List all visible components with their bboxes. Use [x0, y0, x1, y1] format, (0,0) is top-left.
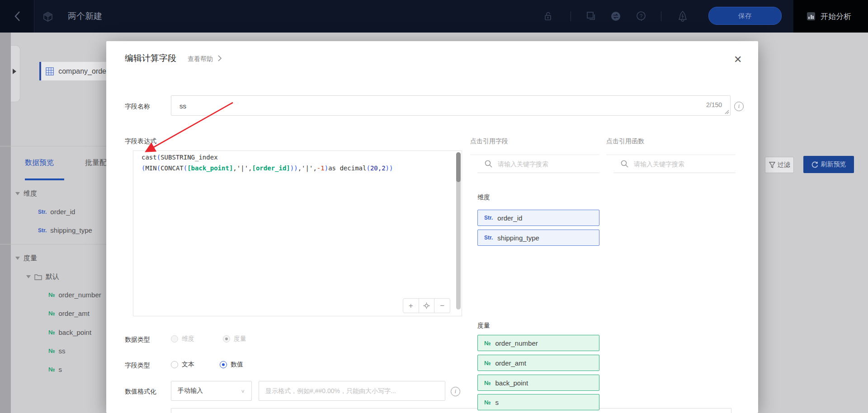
number-type-icon: №	[48, 366, 55, 373]
format-pattern-input[interactable]	[259, 381, 445, 400]
number-type-icon: №	[484, 380, 491, 386]
screen: 两个新建 ?	[0, 0, 868, 413]
filter-label: 过滤	[778, 161, 790, 169]
help-icon[interactable]: ?	[636, 11, 646, 22]
view-help-link[interactable]: 查看帮助	[188, 55, 213, 63]
refresh-preview-button[interactable]: 刷新预览	[803, 156, 854, 173]
caret-down-icon	[26, 275, 31, 278]
caret-down-icon	[15, 192, 20, 195]
field-type-options: 文本 数值	[171, 361, 243, 369]
refresh-icon	[811, 161, 818, 168]
chip-label: order_number	[495, 339, 538, 347]
folder-icon	[34, 273, 42, 280]
tree-item-label: shipping_type	[50, 226, 92, 234]
start-analysis-button[interactable]: 开始分析	[793, 0, 868, 33]
format-pattern-wrap	[259, 381, 445, 401]
field-chip-order-id[interactable]: Str. order_id	[477, 210, 599, 226]
expression-label: 字段表达式	[125, 137, 156, 145]
tree-item-s[interactable]: № s	[48, 366, 62, 373]
reference-functions-title: 点击引用函数	[606, 137, 644, 145]
info-icon[interactable]: i	[451, 387, 460, 396]
edit-calculated-field-dialog: 编辑计算字段 查看帮助 ✕ 字段名称 2/150 i 字段表达式 cast(SU…	[106, 41, 758, 413]
format-mode-dropdown[interactable]: 手动输入 ∨	[171, 381, 252, 401]
radio-text[interactable]	[171, 361, 178, 368]
chevron-right-icon	[217, 55, 222, 62]
tree-item-order-id[interactable]: Str. order_id	[38, 208, 75, 216]
tree-item-ss[interactable]: № ss	[48, 347, 66, 355]
start-analysis-label: 开始分析	[821, 11, 851, 22]
number-type-icon: №	[484, 399, 491, 406]
field-chip-order-amt[interactable]: № order_amt	[477, 355, 599, 371]
tree-item-shipping-type[interactable]: Str. shipping_type	[38, 226, 92, 234]
zoom-out-button[interactable]: −	[434, 299, 450, 313]
code-line-1: cast(SUBSTRING_index	[142, 154, 218, 161]
tree-item-label: s	[59, 366, 62, 373]
tree-group-measures[interactable]: 度量	[15, 254, 37, 263]
editor-zoom-controls: + −	[403, 298, 450, 313]
tree-folder-default[interactable]: 默认	[26, 272, 59, 281]
field-name-input-wrap: 2/150	[171, 95, 731, 116]
editor-scrollbar[interactable]	[456, 152, 461, 310]
radio-dimension[interactable]	[171, 335, 178, 343]
tree-item-order-amt[interactable]: № order_amt	[48, 310, 90, 317]
editor-scrollbar-thumb[interactable]	[456, 152, 461, 182]
back-button[interactable]	[0, 0, 34, 33]
tab-batch-config[interactable]: 批量配	[85, 158, 107, 168]
radio-measure[interactable]	[223, 335, 230, 343]
resize-handle-icon[interactable]	[724, 109, 729, 114]
char-counter: 2/150	[706, 101, 722, 108]
tree-folder-label: 默认	[46, 272, 59, 281]
number-type-icon: №	[48, 291, 55, 298]
field-chip-back-point[interactable]: № back_point	[477, 375, 599, 391]
tree-group-label: 维度	[24, 189, 37, 198]
tree-group-dimensions[interactable]: 维度	[15, 189, 37, 198]
radio-number[interactable]	[220, 361, 227, 368]
function-search-input[interactable]	[633, 160, 725, 168]
dataset-cube-icon	[42, 11, 53, 22]
page-title: 两个新建	[68, 0, 102, 33]
tree-item-label: order_number	[59, 291, 101, 299]
collapsed-left-rail	[0, 33, 11, 413]
chip-label: s	[495, 399, 499, 406]
tree-item-order-number[interactable]: № order_number	[48, 291, 106, 299]
tree-item-label: back_point	[59, 329, 92, 336]
close-icon[interactable]: ✕	[734, 55, 742, 65]
info-icon[interactable]: i	[734, 102, 744, 111]
string-type-icon: Str.	[484, 235, 493, 241]
expression-code-editor[interactable]: cast(SUBSTRING_index (MIN(CONCAT([back_p…	[133, 150, 462, 316]
back-chevron-icon	[14, 11, 20, 22]
field-chip-shipping-type[interactable]: Str. shipping_type	[477, 230, 599, 246]
unlock-icon[interactable]	[542, 11, 553, 22]
crosshair-icon	[423, 302, 430, 309]
topbar-divider	[661, 11, 661, 21]
save-button[interactable]: 保存	[708, 7, 782, 25]
field-chip-order-number[interactable]: № order_number	[477, 335, 599, 351]
tab-data-preview[interactable]: 数据预览	[25, 158, 54, 168]
field-chip-s[interactable]: № s	[477, 394, 599, 410]
number-type-icon: №	[484, 360, 491, 366]
tree-item-back-point[interactable]: № back_point	[48, 329, 91, 336]
topbar-divider	[571, 11, 571, 21]
chip-label: order_id	[497, 214, 522, 222]
dataset-table-label: company_orde	[58, 67, 106, 75]
expand-arrow-icon[interactable]	[13, 69, 16, 74]
funnel-icon	[769, 162, 775, 168]
zoom-in-button[interactable]: +	[403, 299, 419, 313]
radio-text-label: 文本	[182, 361, 194, 369]
next-input-partial[interactable]	[171, 408, 731, 413]
field-search-input[interactable]	[497, 160, 589, 168]
dataset-table-item[interactable]: company_orde	[39, 62, 106, 80]
search-icon	[621, 160, 628, 168]
field-name-input[interactable]	[179, 96, 669, 116]
notification-icon[interactable]	[677, 11, 688, 22]
transfer-icon[interactable]	[610, 11, 621, 22]
data-type-options: 维度 度量	[171, 335, 246, 343]
zoom-reset-button[interactable]	[419, 299, 434, 313]
code-line-2: (MIN(CONCAT([back_point],'|',[order_id])…	[142, 164, 393, 172]
copy-icon[interactable]	[586, 11, 597, 22]
table-icon	[46, 66, 54, 76]
chip-label: back_point	[495, 379, 528, 387]
number-type-icon: №	[484, 340, 491, 347]
radio-dimension-label: 维度	[182, 335, 194, 343]
filter-button[interactable]: 过滤	[765, 157, 794, 173]
